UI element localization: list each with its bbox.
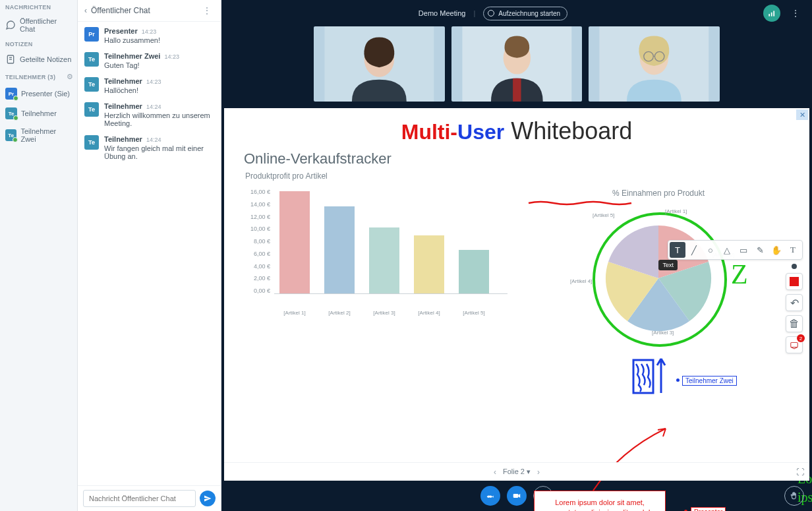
msg-author: Teilnehmer [104, 135, 142, 143]
close-whiteboard-button[interactable]: ✕ [796, 109, 808, 120]
sidebar-public-chat-label: Öffentlicher Chat [20, 17, 72, 33]
tool-pencil[interactable]: ✎ [752, 242, 768, 258]
chat-panel: ‹ Öffentlicher Chat ⋮ PrPresenter14:23Ha… [78, 0, 221, 511]
msg-time: 14:24 [146, 136, 161, 143]
svg-rect-4 [771, 13, 772, 16]
tool-undo[interactable]: ↶ [786, 294, 803, 311]
svg-rect-17 [633, 360, 653, 393]
record-icon [488, 10, 494, 16]
multiuser-badge: 2 [797, 334, 805, 342]
msg-text: Herzlich willkommen zu unserem Meeting. [104, 111, 214, 127]
bar-artikel-5 [459, 250, 489, 293]
top-bar: Demo Meeting | Aufzeichnung starten ⋮ [221, 0, 812, 26]
avatar: Te [84, 135, 99, 150]
participant-name: Teilnehmer Zwei [20, 127, 72, 143]
msg-author: Teilnehmer [104, 77, 142, 85]
meeting-name: Demo Meeting [419, 9, 466, 17]
cursor-dot-teilnehmer2 [676, 378, 680, 382]
main-area: Demo Meeting | Aufzeichnung starten ⋮ ✕ … [221, 0, 812, 511]
chat-title: Öffentlicher Chat [91, 6, 150, 15]
sidebar-shared-notes[interactable]: Geteilte Notizen [0, 50, 77, 69]
avatar: Pr [84, 27, 99, 42]
send-button[interactable] [200, 491, 216, 506]
tool-triangle[interactable]: △ [719, 242, 735, 258]
bar-chart: 16,00 €14,00 €12,00 €10,00 €8,00 €6,00 €… [244, 189, 508, 347]
slide-title: Online-Verkaufstracker [224, 150, 809, 167]
gear-icon[interactable]: ⚙ [67, 73, 73, 81]
avatar: Te [84, 102, 99, 117]
msg-text: Hallo zusammen! [104, 36, 160, 44]
chat-header: ‹ Öffentlicher Chat ⋮ [78, 0, 221, 22]
chat-message: TeTeilnehmer Zwei14:23Guten Tag! [84, 52, 214, 69]
left-sidebar: NACHRICHTEN Öffentlicher Chat NOTIZEN Ge… [0, 0, 78, 511]
svg-rect-10 [513, 78, 521, 102]
slide-indicator[interactable]: Folie 2 ▾ [503, 467, 531, 476]
bar-artikel-2 [324, 206, 355, 293]
tool-hand[interactable]: ✋ [768, 242, 784, 258]
sidebar-shared-notes-label: Geteilte Notizen [20, 55, 71, 63]
msg-time: 14:24 [146, 104, 161, 110]
tool-text-cursor[interactable]: T [785, 242, 801, 258]
video-tile-3[interactable] [589, 26, 720, 102]
chat-input[interactable] [83, 490, 196, 507]
msg-author: Teilnehmer Zwei [104, 52, 160, 60]
chat-message: PrPresenter14:23Hallo zusammen! [84, 27, 214, 44]
tool-line[interactable]: ╱ [686, 242, 702, 258]
tool-color[interactable] [786, 273, 803, 290]
participant-name: Teilnehmer [21, 109, 57, 117]
cursor-teilnehmer2-label: Teilnehmer Zwei [682, 376, 737, 386]
annotation-red-note: Lorem ipsum dolor sit amet, consectetur … [534, 491, 666, 511]
chat-message: TeTeilnehmer14:24Herzlich willkommen zu … [84, 102, 214, 127]
whiteboard-title: Multi-User Whiteboard [224, 108, 809, 150]
chat-message: TeTeilnehmer14:24Wir fangen gleich mal m… [84, 135, 214, 160]
msg-time: 14:23 [146, 78, 161, 85]
tool-text[interactable]: T [670, 242, 685, 258]
whiteboard-toolbar: T ╱ ○ △ ▭ ✎ ✋ T ↶ 🗑 2 [668, 240, 803, 353]
camera-button[interactable] [507, 486, 527, 506]
avatar: Pr [5, 88, 17, 100]
participant-item[interactable]: TeTeilnehmer Zwei [0, 123, 77, 147]
cursor-presenter-label: Presenter [691, 507, 726, 511]
slide-next-button[interactable]: › [537, 467, 540, 477]
chat-body: PrPresenter14:23Hallo zusammen!TeTeilneh… [78, 22, 221, 485]
sidebar-public-chat[interactable]: Öffentlicher Chat [0, 13, 77, 37]
svg-rect-5 [773, 11, 774, 16]
svg-rect-19 [513, 494, 519, 498]
record-label: Aufzeichnung starten [498, 10, 560, 17]
fullscreen-button[interactable]: ⛶ [796, 467, 804, 477]
video-tile-2[interactable] [451, 26, 583, 102]
section-participants-header: TEILNEHMER (3) [5, 74, 55, 80]
slide-prev-button[interactable]: ‹ [494, 467, 496, 477]
msg-text: Guten Tag! [104, 61, 179, 69]
slide-subtitle: Produktprofit pro Artikel [224, 167, 809, 186]
participant-name: Presenter (Sie) [21, 90, 70, 98]
mic-button[interactable] [480, 486, 500, 506]
section-messages-header: NACHRICHTEN [0, 0, 77, 13]
section-notes-header: NOTIZEN [0, 37, 77, 50]
avatar: Te [5, 129, 16, 141]
participant-item[interactable]: TeTeilnehmer [0, 104, 77, 123]
msg-text: Hallöchen! [104, 86, 161, 94]
tool-multiuser[interactable]: 2 [786, 336, 803, 353]
msg-author: Teilnehmer [104, 102, 142, 110]
video-tile-1[interactable] [314, 26, 445, 102]
tool-thickness[interactable] [792, 264, 797, 269]
bar-artikel-4 [414, 235, 444, 293]
avatar: Te [84, 52, 99, 67]
pie-title: % Einnahmen pro Produkt [527, 189, 790, 198]
tool-rect[interactable]: ▭ [736, 242, 751, 258]
presentation-area: ✕ Multi-User Whiteboard Online-Verkaufst… [224, 108, 809, 462]
chat-back-icon[interactable]: ‹ [84, 6, 87, 15]
connection-status-icon[interactable] [763, 5, 780, 22]
chat-menu-icon[interactable]: ⋮ [200, 5, 214, 16]
chat-message: TeTeilnehmer14:23Hallöchen! [84, 77, 214, 94]
record-button[interactable]: Aufzeichnung starten [483, 7, 567, 20]
tool-trash[interactable]: 🗑 [786, 315, 803, 332]
options-menu-icon[interactable]: ⋮ [788, 8, 803, 18]
avatar: Te [84, 77, 99, 92]
tool-ellipse[interactable]: ○ [703, 242, 718, 258]
msg-time: 14:23 [164, 53, 179, 60]
participant-item[interactable]: PrPresenter (Sie) [0, 84, 77, 104]
raise-hand-button[interactable] [784, 486, 804, 506]
svg-rect-3 [768, 14, 770, 16]
